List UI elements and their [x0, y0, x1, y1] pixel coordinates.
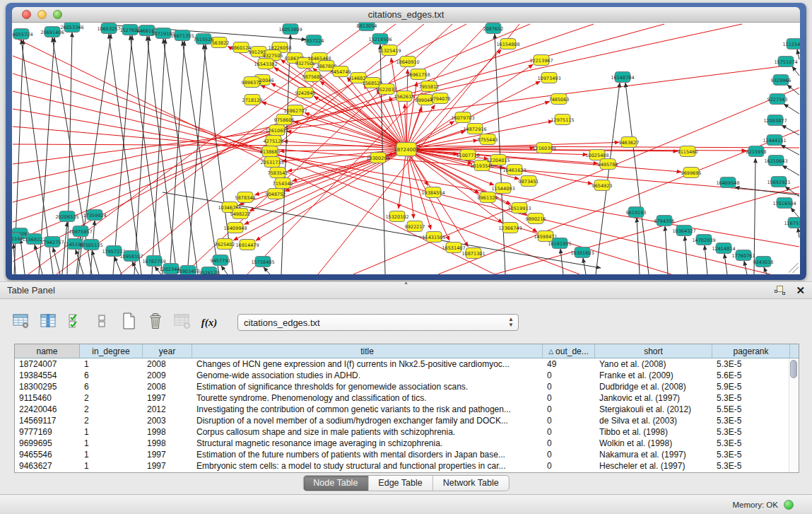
table-cell[interactable]: 0 — [543, 392, 595, 404]
table-cell[interactable]: 0 — [543, 381, 595, 392]
table-cell[interactable]: Wolkin et al. (1998) — [595, 438, 712, 449]
table-select[interactable]: citations_edges.txt ▲▼ — [237, 314, 519, 331]
table-cell[interactable]: 0 — [543, 415, 595, 426]
table-cell[interactable]: Hescheler et al. (1997) — [595, 460, 712, 472]
create-table-button[interactable] — [119, 313, 139, 332]
table-cell[interactable]: Estimation of the future numbers of pati… — [192, 449, 543, 460]
graph-edge[interactable] — [182, 41, 219, 274]
table-cell[interactable]: 9465546 — [15, 449, 80, 460]
graph-edge[interactable] — [114, 257, 122, 274]
table-cell[interactable]: 18724007 — [15, 358, 80, 370]
table-row[interactable]: 2242004622012Investigating the contribut… — [15, 404, 799, 415]
table-cell[interactable]: Changes of HCN gene expression and I(f) … — [192, 358, 543, 370]
table-cell[interactable]: 2012 — [143, 404, 192, 415]
table-cell[interactable]: 5.3E-5 — [712, 392, 790, 404]
show-columns-button[interactable] — [38, 313, 58, 332]
network-graph[interactable]: 7563822986012459129541822605893275051654… — [12, 23, 800, 274]
graph-edge[interactable] — [221, 266, 228, 274]
network-canvas[interactable]: 7563822986012459129541822605893275051654… — [12, 23, 800, 274]
tab-edge-table[interactable]: Edge Table — [368, 476, 433, 491]
table-cell[interactable]: 1 — [80, 449, 143, 460]
table-cell[interactable]: 19384554 — [15, 370, 80, 381]
graph-edge[interactable] — [665, 226, 668, 274]
graph-edge[interactable] — [62, 222, 67, 274]
table-cell[interactable]: 9463627 — [15, 460, 80, 472]
table-row[interactable]: 969969511998Structural magnetic resonanc… — [15, 438, 799, 449]
table-cell[interactable]: 9699695 — [15, 438, 80, 449]
column-header-title[interactable]: title — [192, 344, 543, 358]
table-cell[interactable]: Embryonic stem cells: a model to study s… — [192, 460, 543, 472]
column-header-out-de-[interactable]: △out_de... — [543, 344, 595, 358]
graph-edge[interactable] — [781, 145, 799, 155]
table-cell[interactable]: 2008 — [143, 381, 192, 392]
graph-edge[interactable] — [735, 187, 799, 195]
table-cell[interactable]: 0 — [543, 404, 595, 415]
graph-edge[interactable] — [132, 262, 139, 274]
tab-network-table[interactable]: Network Table — [433, 476, 509, 491]
table-cell[interactable]: 5.3E-5 — [712, 438, 790, 449]
graph-edge[interactable] — [791, 208, 799, 218]
tab-node-table[interactable]: Node Table — [303, 476, 368, 491]
column-header-pagerank[interactable]: pagerank — [712, 344, 790, 358]
graph-edge[interactable] — [163, 39, 198, 274]
table-row[interactable]: 946362711997Embryonic stem cells: a mode… — [15, 460, 799, 472]
graph-edge[interactable] — [264, 267, 270, 274]
scrollbar-thumb[interactable] — [790, 360, 797, 378]
graph-edge[interactable] — [792, 66, 799, 76]
graph-edge[interactable] — [782, 165, 799, 175]
table-cell[interactable]: Dudbridge et al. (2008) — [595, 381, 712, 392]
table-row[interactable]: 1830029562008Estimation of significance … — [15, 381, 799, 392]
splitter-handle-icon[interactable]: ▴ — [404, 279, 407, 286]
graph-edge[interactable] — [130, 35, 163, 274]
table-cell[interactable]: Yano et al. (2008) — [595, 358, 712, 370]
table-cell[interactable]: 5.3E-5 — [712, 415, 790, 426]
table-cell[interactable]: Corpus callosum shape and size in male p… — [192, 426, 543, 438]
graph-edge[interactable] — [625, 83, 649, 274]
table-cell[interactable]: Franke et al. (2009) — [595, 370, 712, 381]
graph-edge[interactable] — [637, 218, 640, 274]
table-cell[interactable]: 9777169 — [15, 426, 80, 438]
graph-edge[interactable] — [281, 35, 290, 274]
select-columns-button[interactable] — [65, 313, 85, 332]
table-cell[interactable]: Genome-wide association studies in ADHD. — [192, 370, 543, 381]
table-row[interactable]: 1456911722003Disruption of a novel membe… — [15, 415, 799, 426]
float-panel-icon[interactable] — [775, 286, 786, 296]
graph-edge[interactable] — [685, 236, 688, 274]
column-header-short[interactable]: short — [595, 344, 712, 358]
graph-edge[interactable] — [170, 41, 184, 274]
table-cell[interactable]: 0 — [543, 460, 595, 472]
table-cell[interactable]: Jankovic et al. (1997) — [595, 392, 712, 404]
graph-edge[interactable] — [187, 45, 206, 274]
table-cell[interactable]: 1997 — [143, 449, 192, 460]
graph-edge[interactable] — [784, 104, 799, 114]
table-row[interactable]: 911546021997Tourette syndrome. Phenomeno… — [15, 392, 799, 404]
graph-edge[interactable] — [134, 36, 149, 274]
table-cell[interactable]: 22420046 — [15, 404, 80, 415]
resize-grip-icon[interactable] — [789, 263, 799, 273]
column-header-in-degree[interactable]: in_degree — [80, 344, 143, 358]
table-cell[interactable]: 0 — [543, 449, 595, 460]
table-cell[interactable]: 1997 — [143, 392, 192, 404]
table-cell[interactable]: Tourette syndrome. Phenomenology and cla… — [192, 392, 543, 404]
table-cell[interactable]: 14569117 — [15, 415, 80, 426]
table-cell[interactable]: de Silva et al. (2003) — [595, 415, 712, 426]
table-cell[interactable]: 2 — [80, 404, 143, 415]
table-cell[interactable]: 5.3E-5 — [712, 449, 790, 460]
close-panel-icon[interactable]: ✕ — [796, 286, 805, 296]
table-row[interactable]: 977716911998Corpus callosum shape and si… — [15, 426, 799, 438]
table-cell[interactable]: 1998 — [143, 438, 192, 449]
table-row[interactable]: 946554611997Estimation of the future num… — [15, 449, 799, 460]
function-builder-button[interactable]: f(x) — [199, 313, 219, 332]
graph-edge[interactable] — [113, 35, 132, 274]
table-cell[interactable]: 5.5E-5 — [712, 404, 790, 415]
column-header-year[interactable]: year — [143, 344, 192, 358]
table-cell[interactable]: 5.3E-5 — [712, 426, 790, 438]
table-cell[interactable]: 2009 — [143, 370, 192, 381]
graph-edge[interactable] — [406, 69, 408, 149]
table-cell[interactable]: 18300295 — [15, 381, 80, 392]
table-row[interactable]: 1872400712008Changes of HCN gene express… — [15, 358, 799, 370]
graph-edge[interactable] — [787, 85, 799, 95]
table-cell[interactable]: 1 — [80, 426, 143, 438]
table-cell[interactable]: Disruption of a novel member of a sodium… — [192, 415, 543, 426]
column-header-name[interactable]: name — [15, 344, 80, 358]
